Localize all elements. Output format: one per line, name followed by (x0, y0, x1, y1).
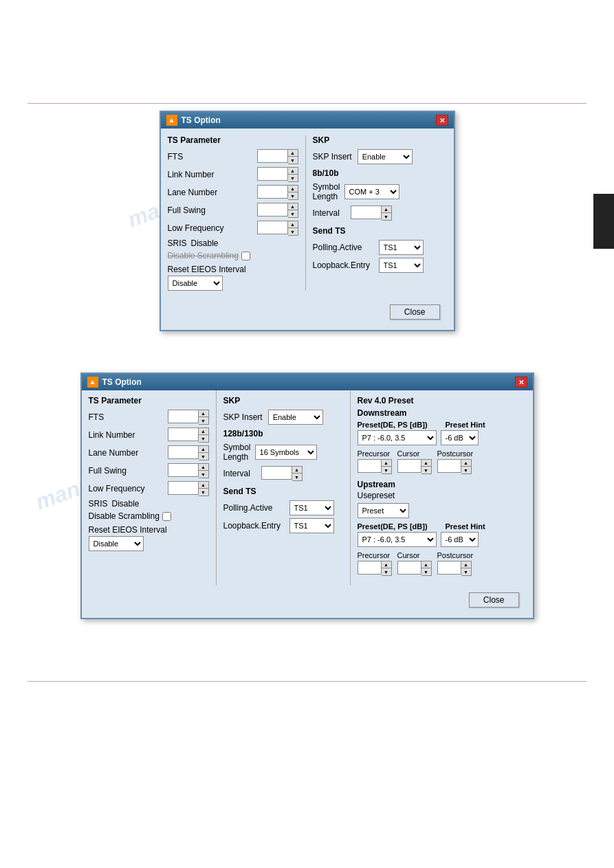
dialog-2-interval-input[interactable]: 375 (261, 466, 292, 480)
dialog-2-lowfreq-input[interactable]: 12 (168, 481, 199, 495)
dialog-1-reset-select[interactable]: Disable Enable (168, 276, 223, 291)
dialog-2-downstream-cursor-group: Cursor 0 ▲ ▼ (397, 449, 432, 474)
dialog-2-close-button[interactable]: Close (469, 592, 519, 608)
dialog-2-lowfreq-spinbox[interactable]: 12 ▲ ▼ (168, 481, 209, 496)
dialog-1-link-spinbox[interactable]: 1 ▲ ▼ (257, 167, 298, 182)
dialog-2-upstream-precursor-spinbox[interactable]: 0 ▲ ▼ (358, 561, 392, 576)
dialog-1-fts-down[interactable]: ▼ (288, 157, 298, 164)
dialog-1-symbol-select[interactable]: COM + 3 COM + 4 (344, 184, 399, 199)
dialog-2-downstream-preset-select[interactable]: P7 : -6.0, 3.5 (358, 430, 437, 445)
dialog-2-downstream-postcursor-down[interactable]: ▼ (461, 467, 471, 474)
dialog-1-fts-spinbox[interactable]: 127 ▲ ▼ (257, 149, 298, 164)
dialog-2-close-x[interactable]: ✕ (515, 377, 527, 388)
dialog-2-downstream-postcursor-up[interactable]: ▲ (461, 460, 471, 467)
dialog-2-link-label: Link Number (89, 430, 135, 440)
dialog-1-polling-select[interactable]: TS1 TS2 (379, 240, 424, 255)
dialog-2-interval-spinbox[interactable]: 375 ▲ ▼ (261, 466, 303, 481)
dialog-2-lane-up[interactable]: ▲ (199, 446, 208, 453)
dialog-2-upstream-cursor-up[interactable]: ▲ (421, 561, 431, 568)
dialog-1-lowfreq-spinbox[interactable]: 12 ▲ ▼ (257, 221, 298, 236)
dialog-2-upstream-cursor-spinbox[interactable]: 0 ▲ ▼ (397, 561, 432, 576)
dialog-2-link-spinbox[interactable]: 1 ▲ ▼ (168, 427, 209, 443)
dialog-1-lowfreq-input[interactable]: 12 (257, 221, 288, 234)
dialog-2-fullswing-spinbox[interactable]: 30 ▲ ▼ (168, 463, 209, 478)
dialog-1-link-input[interactable]: 1 (257, 167, 288, 181)
dialog-2-upstream-precursor-input[interactable]: 0 (358, 561, 382, 575)
dialog-2-upstream-postcursor-up[interactable]: ▲ (461, 561, 471, 568)
dialog-2-fullswing-up[interactable]: ▲ (199, 464, 208, 471)
dialog-2-downstream-postcursor-input[interactable]: 0 (437, 459, 461, 473)
dialog-2-upstream-postcursor-down[interactable]: ▼ (461, 568, 471, 575)
dialog-1-icon: ▲ (166, 115, 177, 126)
dialog-1-close-x[interactable]: ✕ (436, 115, 448, 126)
dialog-1-interval-up[interactable]: ▲ (382, 206, 391, 213)
dialog-2-loopback-select[interactable]: TS1 TS2 (289, 518, 334, 533)
dialog-1-skp-insert-select[interactable]: Enable Disable (358, 149, 413, 164)
dialog-1-link-down[interactable]: ▼ (288, 175, 298, 181)
dialog-2-downstream-cursor-spinbox[interactable]: 0 ▲ ▼ (397, 459, 432, 474)
dialog-2-reset-select[interactable]: Disable Enable (89, 536, 144, 551)
dialog-1-lowfreq-down[interactable]: ▼ (288, 228, 298, 235)
dialog-2-upstream-precursor-down[interactable]: ▼ (382, 568, 391, 575)
dialog-2-interval-up[interactable]: ▲ (292, 467, 302, 474)
dialog-2-downstream-cursor-up[interactable]: ▲ (421, 460, 431, 467)
dialog-2-link-input[interactable]: 1 (168, 427, 199, 441)
dialog-2-upstream-preset-select[interactable]: P7 : -6.0, 3.5 (358, 532, 437, 547)
dialog-2-downstream-precursor-input[interactable]: 0 (358, 459, 382, 473)
dialog-1-interval-down[interactable]: ▼ (382, 213, 391, 220)
dialog-2-downstream-precursor-down[interactable]: ▼ (382, 467, 391, 474)
dialog-1-lowfreq-up[interactable]: ▲ (288, 221, 298, 228)
dialog-2-fullswing-down[interactable]: ▼ (199, 471, 208, 478)
dialog-1-fullswing-up[interactable]: ▲ (288, 203, 298, 210)
dialog-2-link-down[interactable]: ▼ (199, 435, 208, 442)
dialog-2-usepreset-select[interactable]: Preset Manual (358, 503, 409, 518)
dialog-2-downstream-postcursor-spinbox[interactable]: 0 ▲ ▼ (437, 459, 472, 474)
dialog-2-link-up[interactable]: ▲ (199, 428, 208, 435)
dialog-2-lane-down[interactable]: ▼ (199, 453, 208, 460)
dialog-2-lowfreq-up[interactable]: ▲ (199, 482, 208, 489)
dialog-2-fts-input[interactable]: 127 (168, 410, 199, 423)
dialog-2-upstream-postcursor-spinbox[interactable]: 0 ▲ ▼ (437, 561, 472, 576)
dialog-2-interval-down[interactable]: ▼ (292, 474, 302, 480)
dialog-1-fts-input[interactable]: 127 (257, 149, 288, 163)
dialog-2-downstream-cursor-input[interactable]: 0 (397, 459, 421, 473)
dialog-2-downstream-hint-select[interactable]: -6 dB -3 dB (441, 430, 479, 445)
dialog-2-downstream-cursor-row: Precursor 0 ▲ ▼ Cursor (358, 449, 501, 474)
dialog-2-upstream-cursor-down[interactable]: ▼ (421, 568, 431, 575)
dialog-2-downstream-cursor-down[interactable]: ▼ (421, 467, 431, 474)
dialog-1-interval-spinbox[interactable]: 1538 ▲ ▼ (351, 205, 392, 221)
dialog-1-lane-up[interactable]: ▲ (288, 186, 298, 192)
dialog-1-disable-scrambling-checkbox[interactable] (241, 252, 250, 260)
dialog-1-fullswing-input[interactable]: 30 (257, 203, 288, 216)
dialog-2-downstream-precursor-spinbox[interactable]: 0 ▲ ▼ (358, 459, 392, 474)
dialog-1-fullswing-down[interactable]: ▼ (288, 210, 298, 217)
dialog-1-fullswing-spinbox[interactable]: 30 ▲ ▼ (257, 203, 298, 218)
dialog-2-fts-up[interactable]: ▲ (199, 410, 208, 417)
dialog-2-upstream-cursor-input[interactable]: 0 (397, 561, 421, 575)
dialog-2-lowfreq-down[interactable]: ▼ (199, 489, 208, 496)
dialog-1-interval-input[interactable]: 1538 (351, 205, 382, 219)
dialog-1-loopback-select[interactable]: TS1 TS2 (379, 258, 424, 273)
dialog-1-close-button[interactable]: Close (390, 304, 440, 320)
dialog-1-lane-input[interactable]: 0 (257, 185, 288, 199)
dialog-2-upstream-postcursor-input[interactable]: 0 (437, 561, 461, 575)
dialog-1-fts-up[interactable]: ▲ (288, 150, 298, 157)
dialog-1-lane-down[interactable]: ▼ (288, 192, 298, 199)
dialog-2-fts-spinbox[interactable]: 127 ▲ ▼ (168, 410, 209, 425)
dialog-2-disable-scrambling-checkbox[interactable] (162, 512, 171, 521)
dialog-2-skp-insert-select[interactable]: Enable Disable (268, 410, 323, 425)
dialog-2-polling-select[interactable]: TS1 TS2 (289, 500, 334, 515)
dialog-2-upstream-precursor-up[interactable]: ▲ (382, 561, 391, 568)
dialog-2-downstream-label: Downstream (358, 408, 501, 418)
dialog-2-fullswing-input[interactable]: 30 (168, 463, 199, 477)
dialog-2-upstream-hint-select[interactable]: -6 dB (441, 532, 479, 547)
dialog-2-lane-input[interactable]: 0 (168, 445, 199, 459)
dialog-1-lane-spinbox[interactable]: 0 ▲ ▼ (257, 185, 298, 200)
dialog-2-symbol-select[interactable]: 16 Symbols 32 Symbols (255, 445, 317, 460)
dialog-2-lane-spinbox[interactable]: 0 ▲ ▼ (168, 445, 209, 460)
dialog-1-link-up[interactable]: ▲ (288, 168, 298, 175)
dialog-1-loopback-label: Loopback.Entry (313, 260, 375, 270)
dialog-2-downstream-precursor-up[interactable]: ▲ (382, 460, 391, 467)
dialog-2-upstream-precursor-label: Precursor (358, 551, 391, 559)
dialog-2-fts-down[interactable]: ▼ (199, 417, 208, 424)
